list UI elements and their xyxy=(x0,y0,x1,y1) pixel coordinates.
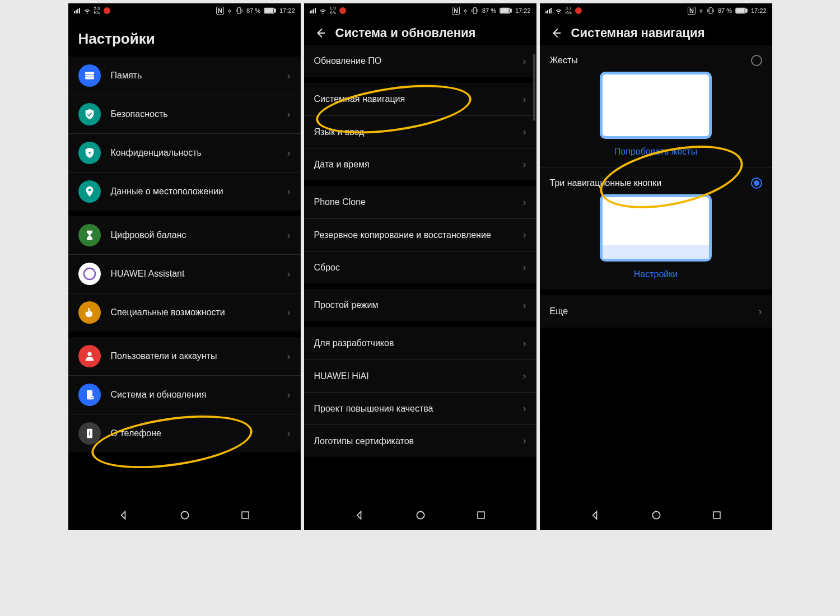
svg-point-30 xyxy=(652,511,660,519)
chevron-right-icon: › xyxy=(523,403,526,414)
clock: 17:22 xyxy=(279,7,295,14)
row-label: Системная навигация xyxy=(314,94,513,105)
nav-home-icon[interactable] xyxy=(651,510,662,521)
row-label: Данные о местоположении xyxy=(111,186,277,197)
bluetooth-icon: ⟡ xyxy=(463,7,468,15)
settings-row[interactable]: Системная навигация› xyxy=(304,83,536,115)
svg-rect-28 xyxy=(746,9,747,12)
shield-lock-icon xyxy=(78,142,101,164)
clock: 17:22 xyxy=(751,7,767,14)
try-gestures-link[interactable]: Попробовать жесты xyxy=(550,139,762,167)
row-label: Безопасность xyxy=(111,109,277,120)
settings-row[interactable]: Проект повышения качества› xyxy=(304,392,536,424)
hand-icon xyxy=(78,301,101,324)
svg-rect-31 xyxy=(713,512,720,519)
nav-back-icon[interactable] xyxy=(354,510,365,521)
option-gestures[interactable]: Жесты Попробовать жесты xyxy=(540,45,772,167)
svg-rect-23 xyxy=(501,9,508,12)
bluetooth-icon: ⟡ xyxy=(699,7,703,15)
radio-unchecked[interactable] xyxy=(751,55,762,66)
nav-home-icon[interactable] xyxy=(415,510,426,521)
row-label: HUAWEI HiAI xyxy=(314,371,513,382)
svg-rect-5 xyxy=(85,74,94,77)
storage-icon xyxy=(78,64,101,87)
svg-rect-22 xyxy=(510,9,511,12)
settings-row[interactable]: Резервное копирование и восстановление› xyxy=(304,218,536,251)
settings-row[interactable]: Phone Clone› xyxy=(304,186,536,218)
gesture-preview xyxy=(600,72,712,139)
settings-row[interactable]: HUAWEI Assistant› xyxy=(68,254,301,293)
battery-percent: 87 % xyxy=(718,7,732,14)
row-label: Специальные возможности xyxy=(111,307,277,318)
record-indicator-icon xyxy=(339,7,346,14)
three-button-preview: ◁○□ xyxy=(600,194,712,262)
settings-row[interactable]: Простой режим› xyxy=(304,289,536,321)
svg-rect-0 xyxy=(237,8,241,14)
battery-icon xyxy=(500,7,512,14)
settings-row[interactable]: Память› xyxy=(68,57,301,95)
header: Системная навигация xyxy=(540,18,772,45)
settings-row[interactable]: Сброс› xyxy=(304,251,536,283)
option-label: Жесты xyxy=(550,55,578,66)
settings-row[interactable]: Специальные возможности› xyxy=(68,293,301,332)
settings-row[interactable]: Пользователи и аккаунты› xyxy=(68,337,301,375)
signal-icon xyxy=(310,8,316,13)
settings-row[interactable]: Данные о местоположении› xyxy=(68,172,301,211)
page-title: Система и обновления xyxy=(335,26,476,40)
settings-row[interactable]: Логотипы сертификатов› xyxy=(304,424,536,457)
wifi-icon xyxy=(319,7,326,15)
svg-rect-19 xyxy=(242,512,249,519)
settings-row[interactable]: Для разработчиков› xyxy=(304,327,536,360)
settings-row[interactable]: Дата и время› xyxy=(304,148,536,180)
row-label: HUAWEI Assistant xyxy=(111,268,277,279)
row-label: Простой режим xyxy=(314,300,513,311)
phone-system-navigation: 3,7K/s N ⟡ 87 % 17:22 Системная навигаци… xyxy=(540,3,772,530)
row-label: Дата и время xyxy=(314,159,513,170)
row-more[interactable]: Еще › xyxy=(540,295,772,328)
row-label: Сброс xyxy=(314,262,513,273)
row-label: Пользователи и аккаунты xyxy=(111,351,277,362)
svg-rect-4 xyxy=(85,72,94,74)
shield-check-icon xyxy=(78,103,101,125)
hourglass-icon xyxy=(78,224,101,246)
battery-percent: 87 % xyxy=(482,7,496,14)
scrollbar[interactable] xyxy=(533,54,535,121)
back-icon[interactable] xyxy=(314,27,326,39)
nav-recent-icon[interactable] xyxy=(476,510,486,520)
nav-settings-link[interactable]: Настройки xyxy=(550,262,762,290)
settings-row[interactable]: Конфиденциальность› xyxy=(68,133,301,172)
radio-checked[interactable] xyxy=(751,178,762,189)
settings-row[interactable]: Язык и ввод› xyxy=(304,115,536,148)
chevron-right-icon: › xyxy=(287,70,291,82)
settings-row[interactable]: О телефоне› xyxy=(68,414,301,452)
nav-back-icon[interactable] xyxy=(590,510,601,521)
chevron-right-icon: › xyxy=(523,197,526,208)
svg-rect-20 xyxy=(473,8,477,14)
user-icon xyxy=(78,345,101,367)
bluetooth-icon: ⟡ xyxy=(227,7,232,15)
settings-row[interactable]: HUAWEI HiAI› xyxy=(304,360,536,392)
nfc-icon: N xyxy=(216,7,224,15)
chevron-right-icon: › xyxy=(287,109,291,120)
nav-recent-icon[interactable] xyxy=(240,510,250,520)
signal-icon xyxy=(545,8,552,13)
settings-row[interactable]: Обновление ПО› xyxy=(304,45,536,77)
vibrate-icon xyxy=(471,7,479,15)
chevron-right-icon: › xyxy=(523,435,526,447)
nav-back-icon[interactable] xyxy=(118,510,129,521)
nav-home-icon[interactable] xyxy=(179,510,190,521)
settings-row[interactable]: Цифровой баланс› xyxy=(68,216,301,254)
settings-row[interactable]: Безопасность› xyxy=(68,95,301,133)
battery-icon xyxy=(264,7,276,14)
nav-recent-icon[interactable] xyxy=(712,510,722,520)
svg-rect-26 xyxy=(709,8,712,14)
svg-rect-16 xyxy=(89,432,90,435)
system-nav-bar xyxy=(68,501,301,530)
row-label: Язык и ввод xyxy=(314,127,513,138)
row-label: О телефоне xyxy=(111,428,277,439)
svg-point-11 xyxy=(87,352,91,356)
back-icon[interactable] xyxy=(550,27,562,39)
settings-row[interactable]: Система и обновления› xyxy=(68,375,301,414)
page-title: Настройки xyxy=(68,18,301,57)
option-three-buttons[interactable]: Три навигационные кнопки ◁○□ Настройки xyxy=(540,167,772,290)
